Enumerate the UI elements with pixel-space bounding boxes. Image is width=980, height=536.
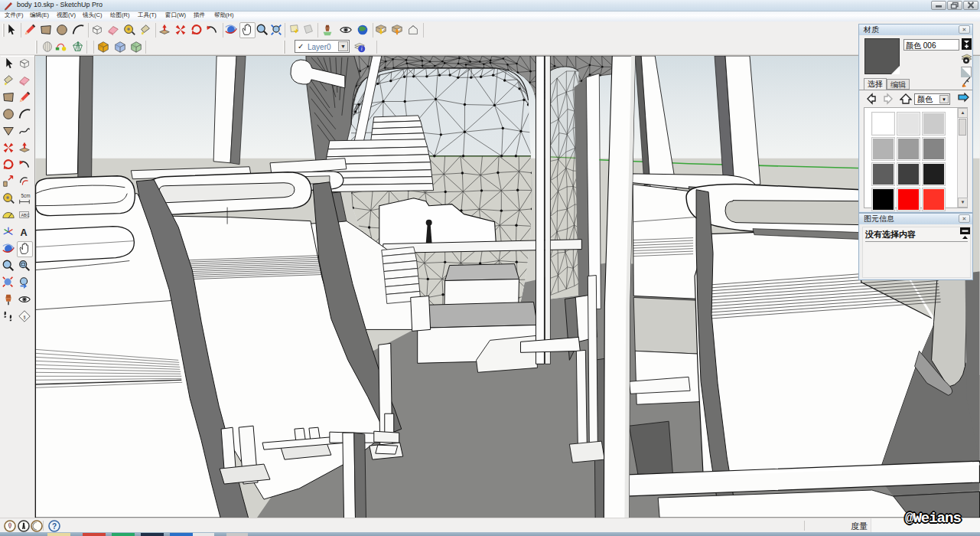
svg-text:ABC: ABC bbox=[21, 213, 30, 217]
svg-text:A: A bbox=[21, 227, 28, 238]
svg-text:§: § bbox=[24, 315, 26, 319]
svg-text:i: i bbox=[361, 46, 363, 52]
svg-text:5cm: 5cm bbox=[21, 193, 31, 198]
svg-text:?: ? bbox=[52, 522, 57, 531]
